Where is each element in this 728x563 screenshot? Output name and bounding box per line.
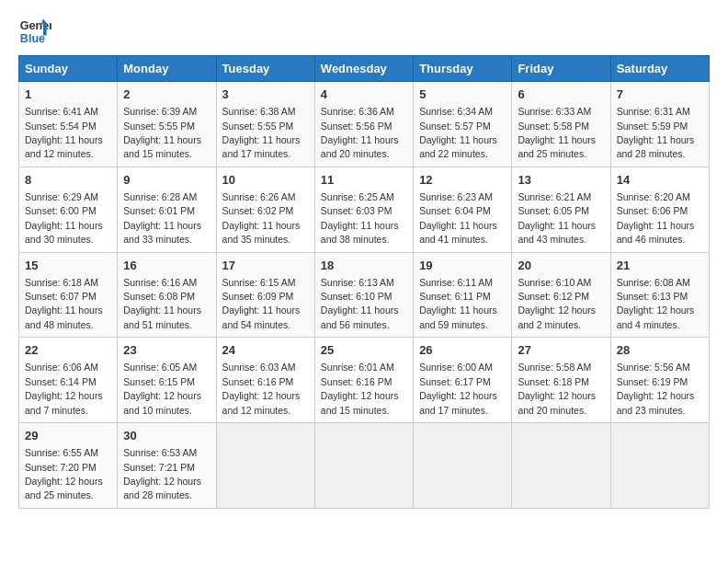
weekday-header-thursday: Thursday xyxy=(414,56,512,82)
day-info: Sunrise: 6:38 AM Sunset: 5:55 PM Dayligh… xyxy=(222,106,301,159)
day-number: 19 xyxy=(419,258,506,274)
day-number: 10 xyxy=(222,172,309,189)
day-number: 24 xyxy=(222,342,309,359)
week-row-4: 22Sunrise: 6:06 AM Sunset: 6:14 PM Dayli… xyxy=(19,338,710,423)
logo: General Blue xyxy=(18,15,51,48)
day-cell: 10Sunrise: 6:26 AM Sunset: 6:02 PM Dayli… xyxy=(216,167,314,252)
day-number: 4 xyxy=(321,86,407,103)
day-cell: 15Sunrise: 6:18 AM Sunset: 6:07 PM Dayli… xyxy=(19,252,118,338)
day-number: 16 xyxy=(123,258,210,274)
day-cell: 20Sunrise: 6:10 AM Sunset: 6:12 PM Dayli… xyxy=(512,252,610,338)
day-number: 14 xyxy=(617,172,703,189)
weekday-header-sunday: Sunday xyxy=(19,56,118,82)
weekday-header-wednesday: Wednesday xyxy=(314,56,413,82)
day-number: 11 xyxy=(321,172,407,189)
day-number: 28 xyxy=(617,342,703,359)
day-info: Sunrise: 6:00 AM Sunset: 6:17 PM Dayligh… xyxy=(419,362,497,415)
day-cell: 21Sunrise: 6:08 AM Sunset: 6:13 PM Dayli… xyxy=(610,252,709,338)
day-cell: 4Sunrise: 6:36 AM Sunset: 5:56 PM Daylig… xyxy=(314,82,413,167)
day-number: 18 xyxy=(321,258,407,274)
day-cell: 18Sunrise: 6:13 AM Sunset: 6:10 PM Dayli… xyxy=(314,252,413,338)
day-number: 7 xyxy=(617,86,703,103)
day-info: Sunrise: 5:56 AM Sunset: 6:19 PM Dayligh… xyxy=(617,362,695,415)
day-cell: 6Sunrise: 6:33 AM Sunset: 5:58 PM Daylig… xyxy=(512,82,610,167)
day-number: 15 xyxy=(25,258,111,274)
day-cell: 19Sunrise: 6:11 AM Sunset: 6:11 PM Dayli… xyxy=(414,252,512,338)
day-info: Sunrise: 6:16 AM Sunset: 6:08 PM Dayligh… xyxy=(123,277,201,330)
day-info: Sunrise: 6:05 AM Sunset: 6:15 PM Dayligh… xyxy=(123,362,201,415)
day-number: 9 xyxy=(123,172,210,189)
day-cell: 14Sunrise: 6:20 AM Sunset: 6:06 PM Dayli… xyxy=(610,167,709,252)
day-number: 26 xyxy=(419,342,506,359)
day-cell: 9Sunrise: 6:28 AM Sunset: 6:01 PM Daylig… xyxy=(118,167,216,252)
day-number: 1 xyxy=(25,86,111,103)
day-cell: 12Sunrise: 6:23 AM Sunset: 6:04 PM Dayli… xyxy=(414,167,512,252)
day-cell: 23Sunrise: 6:05 AM Sunset: 6:15 PM Dayli… xyxy=(118,338,216,423)
day-cell: 25Sunrise: 6:01 AM Sunset: 6:16 PM Dayli… xyxy=(314,338,413,423)
day-info: Sunrise: 6:03 AM Sunset: 6:16 PM Dayligh… xyxy=(222,362,301,415)
day-cell: 13Sunrise: 6:21 AM Sunset: 6:05 PM Dayli… xyxy=(512,167,610,252)
day-info: Sunrise: 6:29 AM Sunset: 6:00 PM Dayligh… xyxy=(25,191,103,245)
day-cell xyxy=(414,423,512,509)
weekday-header-row: SundayMondayTuesdayWednesdayThursdayFrid… xyxy=(19,56,710,82)
day-cell xyxy=(216,423,314,509)
day-cell: 8Sunrise: 6:29 AM Sunset: 6:00 PM Daylig… xyxy=(19,167,118,252)
day-info: Sunrise: 6:36 AM Sunset: 5:56 PM Dayligh… xyxy=(321,106,399,159)
weekday-header-tuesday: Tuesday xyxy=(216,56,314,82)
day-cell xyxy=(512,423,610,509)
week-row-1: 1Sunrise: 6:41 AM Sunset: 5:54 PM Daylig… xyxy=(19,82,710,167)
day-number: 13 xyxy=(518,172,604,189)
day-cell: 26Sunrise: 6:00 AM Sunset: 6:17 PM Dayli… xyxy=(414,338,512,423)
day-cell: 24Sunrise: 6:03 AM Sunset: 6:16 PM Dayli… xyxy=(216,338,314,423)
week-row-5: 29Sunrise: 6:55 AM Sunset: 7:20 PM Dayli… xyxy=(19,423,710,509)
day-info: Sunrise: 6:55 AM Sunset: 7:20 PM Dayligh… xyxy=(25,447,103,500)
day-info: Sunrise: 5:58 AM Sunset: 6:18 PM Dayligh… xyxy=(518,362,596,415)
day-info: Sunrise: 6:34 AM Sunset: 5:57 PM Dayligh… xyxy=(419,106,497,159)
weekday-header-saturday: Saturday xyxy=(610,56,709,82)
calendar-body: 1Sunrise: 6:41 AM Sunset: 5:54 PM Daylig… xyxy=(19,82,710,509)
weekday-header-monday: Monday xyxy=(118,56,216,82)
day-number: 17 xyxy=(222,258,309,274)
day-info: Sunrise: 6:13 AM Sunset: 6:10 PM Dayligh… xyxy=(321,277,399,330)
day-cell: 22Sunrise: 6:06 AM Sunset: 6:14 PM Dayli… xyxy=(19,338,118,423)
day-info: Sunrise: 6:25 AM Sunset: 6:03 PM Dayligh… xyxy=(321,191,399,245)
day-info: Sunrise: 6:28 AM Sunset: 6:01 PM Dayligh… xyxy=(123,191,201,245)
day-info: Sunrise: 6:21 AM Sunset: 6:05 PM Dayligh… xyxy=(518,191,596,245)
day-cell: 17Sunrise: 6:15 AM Sunset: 6:09 PM Dayli… xyxy=(216,252,314,338)
day-info: Sunrise: 6:06 AM Sunset: 6:14 PM Dayligh… xyxy=(25,362,103,415)
day-cell: 16Sunrise: 6:16 AM Sunset: 6:08 PM Dayli… xyxy=(118,252,216,338)
day-number: 20 xyxy=(518,258,604,274)
day-info: Sunrise: 6:53 AM Sunset: 7:21 PM Dayligh… xyxy=(123,447,201,500)
logo-icon: General Blue xyxy=(18,15,51,48)
day-number: 27 xyxy=(518,342,604,359)
day-number: 30 xyxy=(123,428,210,444)
day-number: 6 xyxy=(518,86,604,103)
day-info: Sunrise: 6:15 AM Sunset: 6:09 PM Dayligh… xyxy=(222,277,301,330)
day-info: Sunrise: 6:01 AM Sunset: 6:16 PM Dayligh… xyxy=(321,362,399,415)
week-row-3: 15Sunrise: 6:18 AM Sunset: 6:07 PM Dayli… xyxy=(19,252,710,338)
day-cell: 5Sunrise: 6:34 AM Sunset: 5:57 PM Daylig… xyxy=(414,82,512,167)
day-info: Sunrise: 6:41 AM Sunset: 5:54 PM Dayligh… xyxy=(25,106,103,159)
day-cell: 3Sunrise: 6:38 AM Sunset: 5:55 PM Daylig… xyxy=(216,82,314,167)
weekday-header-friday: Friday xyxy=(512,56,610,82)
day-number: 5 xyxy=(419,86,506,103)
day-cell: 11Sunrise: 6:25 AM Sunset: 6:03 PM Dayli… xyxy=(314,167,413,252)
day-number: 12 xyxy=(419,172,506,189)
day-cell: 27Sunrise: 5:58 AM Sunset: 6:18 PM Dayli… xyxy=(512,338,610,423)
day-number: 23 xyxy=(123,342,210,359)
day-cell: 28Sunrise: 5:56 AM Sunset: 6:19 PM Dayli… xyxy=(610,338,709,423)
day-cell: 29Sunrise: 6:55 AM Sunset: 7:20 PM Dayli… xyxy=(19,423,118,509)
day-number: 8 xyxy=(25,172,111,189)
day-number: 21 xyxy=(617,258,703,274)
day-cell xyxy=(610,423,709,509)
day-info: Sunrise: 6:11 AM Sunset: 6:11 PM Dayligh… xyxy=(419,277,497,330)
day-info: Sunrise: 6:39 AM Sunset: 5:55 PM Dayligh… xyxy=(123,106,201,159)
day-info: Sunrise: 6:10 AM Sunset: 6:12 PM Dayligh… xyxy=(518,277,596,330)
day-number: 25 xyxy=(321,342,407,359)
day-cell: 7Sunrise: 6:31 AM Sunset: 5:59 PM Daylig… xyxy=(610,82,709,167)
day-number: 29 xyxy=(25,428,111,444)
day-cell: 1Sunrise: 6:41 AM Sunset: 5:54 PM Daylig… xyxy=(19,82,118,167)
svg-text:General: General xyxy=(20,19,51,32)
day-info: Sunrise: 6:08 AM Sunset: 6:13 PM Dayligh… xyxy=(617,277,695,330)
day-info: Sunrise: 6:23 AM Sunset: 6:04 PM Dayligh… xyxy=(419,191,497,245)
